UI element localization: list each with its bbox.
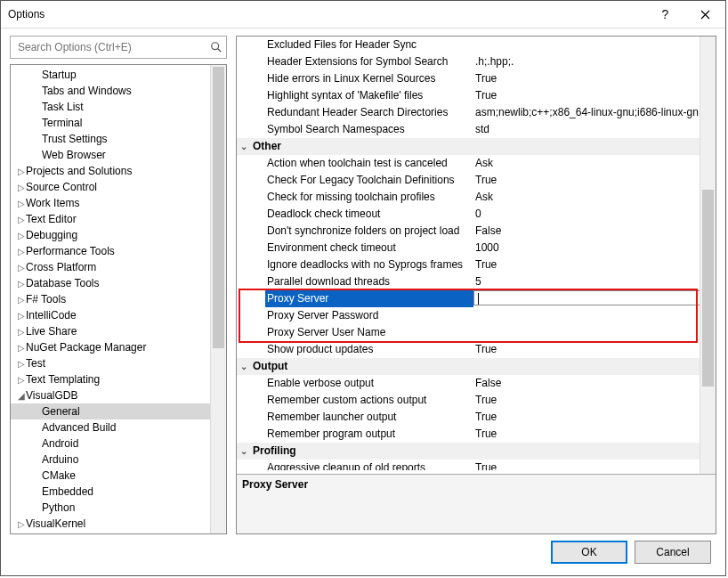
tree-item[interactable]: ▷Cross Platform <box>11 259 226 275</box>
property-value[interactable]: True <box>473 341 716 358</box>
expand-icon[interactable]: ▷ <box>16 356 26 372</box>
tree-item[interactable]: ◢VisualGDB <box>11 387 226 403</box>
property-value[interactable]: asm;newlib;c++;x86_64-linux-gnu;i686-lin… <box>473 104 716 121</box>
chevron-down-icon[interactable]: ⌄ <box>237 358 251 375</box>
property-value[interactable] <box>473 307 716 324</box>
expand-icon[interactable]: ▷ <box>16 517 26 533</box>
search-box[interactable] <box>10 36 227 59</box>
tree-item[interactable]: ▷Debugging <box>11 227 226 243</box>
tree-item[interactable]: Startup <box>11 67 226 83</box>
property-value[interactable] <box>473 324 716 341</box>
tree-item[interactable]: Web Browser <box>11 147 226 163</box>
ok-button[interactable]: OK <box>551 541 627 564</box>
expand-icon[interactable]: ▷ <box>16 196 26 212</box>
tree-item[interactable]: ▷Text Editor <box>11 211 226 227</box>
tree-scrollbar[interactable] <box>210 65 226 533</box>
tree-item[interactable]: ▷Performance Tools <box>11 243 226 259</box>
property-value[interactable]: False <box>473 375 716 392</box>
property-category[interactable]: ⌄Other <box>237 138 716 155</box>
grid-scrollbar[interactable] <box>700 37 716 474</box>
property-value[interactable]: Ask <box>473 189 716 206</box>
chevron-down-icon[interactable]: ⌄ <box>237 443 251 460</box>
expand-icon[interactable]: ▷ <box>16 276 26 292</box>
tree-item[interactable]: ▷NuGet Package Manager <box>11 339 226 355</box>
property-row[interactable]: Check For Legacy Toolchain DefinitionsTr… <box>237 172 716 189</box>
tree-item[interactable]: Task List <box>11 99 226 115</box>
property-value[interactable] <box>473 290 716 305</box>
property-value[interactable]: True <box>473 409 716 426</box>
tree-item[interactable]: Python <box>11 500 226 516</box>
property-value[interactable]: True <box>473 172 716 189</box>
tree-item[interactable]: CMake <box>11 468 226 484</box>
tree-item[interactable]: Terminal <box>11 115 226 131</box>
property-value[interactable]: True <box>473 460 716 470</box>
property-category[interactable]: ⌄Output <box>237 358 716 375</box>
tree-item[interactable]: Advanced Build <box>11 419 226 436</box>
property-row[interactable]: Symbol Search Namespacesstd <box>237 121 716 138</box>
property-row[interactable]: Hide errors in Linux Kernel SourcesTrue <box>237 70 716 87</box>
tree-item[interactable]: ▷Projects and Solutions <box>11 163 226 179</box>
property-value[interactable]: True <box>473 392 716 409</box>
property-value[interactable]: True <box>473 87 716 104</box>
property-row[interactable]: Proxy Server Password <box>237 307 716 324</box>
cancel-button[interactable]: Cancel <box>635 541 711 564</box>
tree-item[interactable]: ▷F# Tools <box>11 291 226 307</box>
expand-icon[interactable]: ▷ <box>16 340 26 356</box>
property-value[interactable]: 1000 <box>473 240 716 256</box>
property-grid[interactable]: Excluded Files for Header SyncHeader Ext… <box>237 37 716 474</box>
property-row[interactable]: Highlight syntax of 'Makefile' filesTrue <box>237 87 716 104</box>
expand-icon[interactable]: ▷ <box>16 164 26 180</box>
property-row[interactable]: Ignore deadlocks with no Syprogs framesT… <box>237 256 716 273</box>
property-value[interactable]: True <box>473 426 716 443</box>
property-row[interactable]: Proxy Server User Name <box>237 324 716 341</box>
chevron-down-icon[interactable]: ⌄ <box>237 138 251 155</box>
expand-icon[interactable]: ▷ <box>16 244 26 260</box>
property-row[interactable]: Parallel download threads5 <box>237 273 716 290</box>
property-row[interactable]: Action when toolchain test is canceledAs… <box>237 155 716 172</box>
tree-item[interactable]: ▷IntelliCode <box>11 307 226 323</box>
property-row[interactable]: Aggressive cleanup of old reportsTrue <box>237 460 716 470</box>
property-row[interactable]: Deadlock check timeout0 <box>237 206 716 223</box>
help-button[interactable]: ? <box>645 1 685 28</box>
expand-icon[interactable]: ▷ <box>16 180 26 196</box>
tree-item[interactable]: Android <box>11 436 226 452</box>
expand-icon[interactable]: ▷ <box>16 228 26 244</box>
expand-icon[interactable]: ▷ <box>16 372 26 388</box>
tree-item[interactable]: Embedded <box>11 484 226 500</box>
property-row[interactable]: Excluded Files for Header Sync <box>237 37 716 53</box>
tree-item[interactable]: ▷Text Templating <box>11 371 226 387</box>
property-row[interactable]: Remember launcher outputTrue <box>237 409 716 426</box>
tree-item[interactable]: ▷Source Control <box>11 179 226 195</box>
tree-item[interactable]: ▷Work Items <box>11 195 226 211</box>
tree-item[interactable]: Arduino <box>11 452 226 468</box>
property-value[interactable]: False <box>473 223 716 240</box>
property-value[interactable]: 0 <box>473 206 716 223</box>
property-value[interactable]: .h;.hpp;. <box>473 53 716 70</box>
property-value[interactable]: Ask <box>473 155 716 172</box>
tree-item[interactable]: ▷VisualKernel <box>11 516 226 532</box>
expand-icon[interactable]: ▷ <box>16 292 26 308</box>
property-row[interactable]: Remember program outputTrue <box>237 426 716 443</box>
tree-item[interactable]: General <box>11 403 226 419</box>
property-row[interactable]: Remember custom actions outputTrue <box>237 392 716 409</box>
category-tree[interactable]: StartupTabs and WindowsTask ListTerminal… <box>10 64 227 534</box>
tree-item[interactable]: ▷Live Share <box>11 323 226 339</box>
property-value[interactable]: 5 <box>473 273 716 290</box>
expand-icon[interactable]: ▷ <box>16 260 26 276</box>
close-button[interactable] <box>685 1 725 28</box>
property-value[interactable]: True <box>473 70 716 87</box>
search-input[interactable] <box>16 40 210 54</box>
property-row[interactable]: Environment check timeout1000 <box>237 240 716 256</box>
property-row[interactable]: Enable verbose outputFalse <box>237 375 716 392</box>
property-row[interactable]: Header Extensions for Symbol Search.h;.h… <box>237 53 716 70</box>
expand-icon[interactable]: ▷ <box>16 212 26 228</box>
property-row[interactable]: Don't synchronize folders on project loa… <box>237 223 716 240</box>
tree-item[interactable]: Trust Settings <box>11 131 226 147</box>
tree-item[interactable]: ▷Database Tools <box>11 275 226 291</box>
property-row[interactable]: Redundant Header Search Directoriesasm;n… <box>237 104 716 121</box>
expand-icon[interactable]: ▷ <box>16 308 26 324</box>
collapse-icon[interactable]: ◢ <box>16 388 26 404</box>
property-row[interactable]: Check for missing toolchain profilesAsk <box>237 189 716 206</box>
property-row[interactable]: Proxy Server <box>237 290 716 307</box>
expand-icon[interactable]: ▷ <box>16 324 26 340</box>
